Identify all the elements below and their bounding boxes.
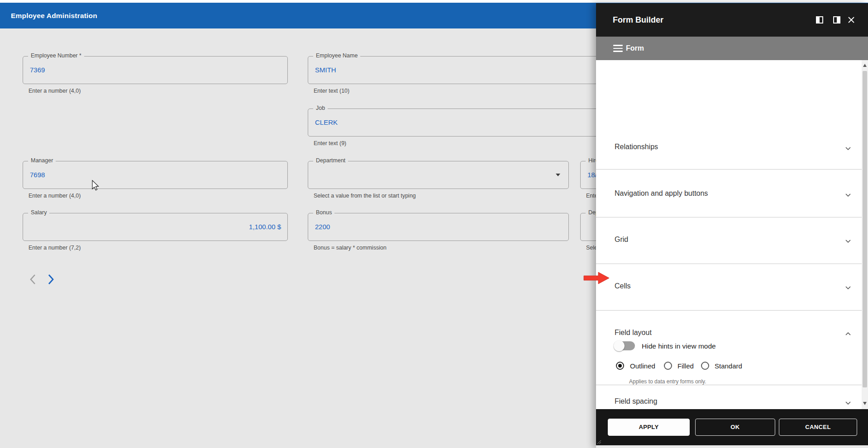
emp-name-hint: Enter text (10): [314, 88, 349, 94]
panel-title: Form Builder: [613, 3, 663, 37]
emp-number-value: 7369: [30, 57, 45, 84]
bonus-hint: Bonus = salary * commission: [314, 245, 386, 251]
manager-value: 7698: [30, 161, 45, 189]
department-field[interactable]: Department: [308, 161, 569, 189]
panel-footer: APPLY OK CANCEL: [596, 409, 868, 445]
section-divider: [596, 217, 862, 217]
section-field-spacing-label: Field spacing: [615, 397, 657, 406]
panel-bottom-strip: [596, 445, 868, 448]
section-divider: [596, 264, 862, 264]
form-menu-bar[interactable]: Form: [596, 37, 868, 60]
manager-hint: Enter a number (4,0): [29, 193, 81, 199]
apply-button[interactable]: APPLY: [608, 419, 690, 436]
chevron-down-icon[interactable]: [845, 284, 851, 291]
job-hint: Enter text (9): [314, 140, 346, 146]
resize-handle-icon[interactable]: [597, 440, 601, 444]
section-grid-label: Grid: [615, 236, 628, 244]
form-builder-panel: Form Builder Form: [596, 3, 868, 448]
salary-hint: Enter a number (7,2): [29, 245, 81, 251]
emp-name-value: SMITH: [315, 57, 336, 84]
department-hint: Select a value from the list or start ty…: [314, 193, 416, 199]
salary-label: Salary: [28, 209, 49, 216]
form-menu-label: Form: [626, 37, 644, 60]
section-divider: [596, 385, 862, 385]
salary-value: 1,100.00 $: [249, 213, 281, 241]
chevron-down-icon[interactable]: [845, 192, 851, 198]
section-navigation-label: Navigation and apply buttons: [615, 189, 708, 198]
section-field-layout-label: Field layout: [615, 329, 652, 337]
section-divider: [596, 310, 862, 311]
hide-hints-toggle[interactable]: [614, 341, 635, 351]
chevron-right-icon: [45, 273, 56, 286]
scrollbar-down-icon[interactable]: [863, 402, 867, 405]
emp-number-hint: Enter a number (4,0): [29, 88, 81, 94]
bonus-field[interactable]: Bonus 2200: [308, 213, 569, 241]
job-value: CLERK: [315, 109, 338, 136]
radio-standard[interactable]: [701, 362, 709, 370]
job-field[interactable]: Job CLERK: [308, 108, 616, 137]
radio-outlined-label: Outlined: [630, 362, 655, 370]
department-label: Department: [313, 157, 348, 164]
chevron-left-icon: [28, 273, 38, 286]
hire-date-value: 18/: [587, 161, 597, 189]
chevron-up-icon[interactable]: [845, 331, 851, 337]
cancel-button[interactable]: CANCEL: [779, 419, 857, 436]
manager-field[interactable]: Manager 7698: [23, 161, 288, 189]
app-title: Employee Administration: [11, 3, 97, 28]
radio-filled[interactable]: [664, 362, 672, 370]
radio-outlined[interactable]: [616, 362, 624, 370]
chevron-down-icon[interactable]: [845, 145, 851, 151]
section-cells-label: Cells: [615, 282, 631, 290]
prev-record-button[interactable]: [28, 273, 38, 286]
mouse-cursor-icon: [91, 180, 101, 192]
emp-name-field[interactable]: Employee Name SMITH: [308, 56, 616, 84]
bonus-value: 2200: [315, 213, 330, 241]
radio-standard-label: Standard: [715, 362, 742, 370]
hide-hints-toggle-label: Hide hints in view mode: [642, 342, 716, 350]
annotation-arrow-icon: [583, 271, 611, 285]
field-layout-hint: Applies to data entry forms only.: [629, 378, 706, 385]
section-divider: [596, 169, 862, 170]
panel-header: Form Builder: [596, 3, 868, 37]
next-record-button[interactable]: [45, 273, 56, 286]
dock-left-icon[interactable]: [816, 16, 823, 24]
chevron-down-icon[interactable]: [845, 238, 851, 244]
chevron-down-icon[interactable]: [845, 400, 851, 406]
scrollbar-thumb[interactable]: [863, 71, 867, 387]
panel-body: Relationships Navigation and apply butto…: [596, 60, 868, 409]
salary-field[interactable]: Salary 1,100.00 $: [23, 213, 288, 241]
hamburger-menu-icon[interactable]: [613, 45, 623, 52]
dropdown-caret-icon[interactable]: [556, 174, 560, 176]
scrollbar-up-icon[interactable]: [863, 64, 867, 67]
ok-button[interactable]: OK: [695, 419, 775, 436]
dock-right-icon[interactable]: [833, 16, 840, 24]
section-relationships-label: Relationships: [615, 143, 658, 151]
close-icon[interactable]: [848, 16, 855, 24]
emp-number-field[interactable]: Employee Number * 7369: [23, 56, 288, 84]
radio-filled-label: Filled: [677, 362, 694, 370]
